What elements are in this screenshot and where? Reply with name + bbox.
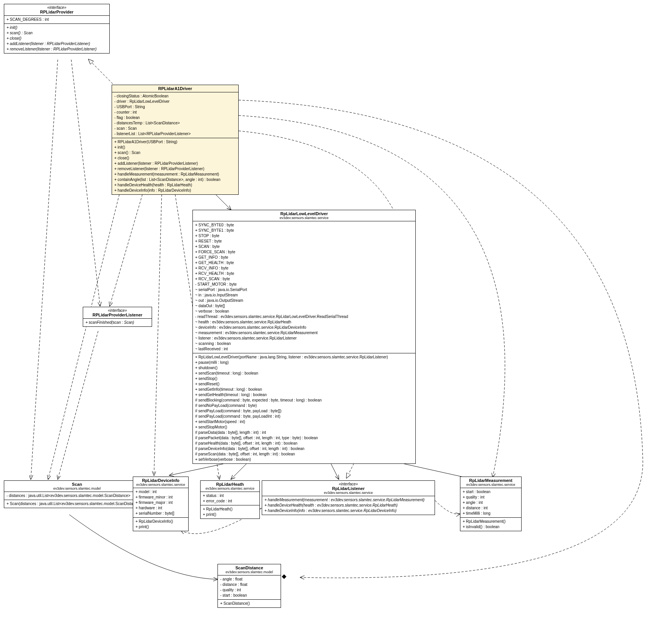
attribute-row: + hardware : int [135,505,186,511]
class-RpLidarHeath: RpLidarHeath ev3dev.sensors.slamtec.serv… [200,480,260,519]
attributes-section: + model : int+ firmware_minor : int+ fir… [133,488,188,518]
attribute-row: ~ scanning : boolean [195,341,413,346]
operation-row: + handleDeviceHealth(health : RpLidarHea… [114,182,236,188]
operation-row: + handleMeasurement(measurement : ev3dev… [264,497,432,503]
attribute-row: + firmware_major : int [135,500,186,505]
class-RpLidarLowLevelDriver: RpLidarLowLevelDriver ev3dev.sensors.sla… [192,210,416,464]
attribute-row: + start : boolean [463,489,519,495]
attribute-row: + RCV_HEALTH : byte [195,271,413,276]
operation-row: # sendBlocking(command : byte, expected … [195,398,413,403]
operation-row: + RpLidarHeath() [203,507,257,512]
operations-section: + init()+ scan() : Scan+ close()+ addLis… [4,24,109,53]
operation-row: + sendGetHealth(timeout : long) : boolea… [195,392,413,398]
attribute-row: - USBPort : String [114,104,236,110]
attribute-row: + GET_HEALTH : byte [195,260,413,266]
class-subtitle: ev3dev.sensors.slamtec.service [135,483,186,487]
operation-row: + handleMeasurement(measurement : RpLida… [114,172,236,177]
operation-row: + sendGetInfo(timeout : long) : boolean [195,387,413,392]
class-header: RPLidarA1Driver [112,85,238,92]
operation-row: + sendStop() [195,376,413,381]
operation-row: + scan() : Scan [7,30,107,36]
class-subtitle: ev3dev.sensors.slamtec.service [264,491,432,495]
operation-row: + handleDeviceInfo(info : RpLidarDeviceI… [114,188,236,193]
operation-row: + removeListener(listener : RPLidarProvi… [7,47,107,52]
class-RPLidarProviderListener: «interface» RPLidarProviderListener + sc… [83,307,152,327]
class-RpLidarDeviceInfo: RpLidarDeviceInfo ev3dev.sensors.slamtec… [133,477,189,531]
operations-section: + RpLidarHeath()+ print() [201,505,259,519]
operation-row: + handleDeviceInfo(info : ev3dev.sensors… [264,508,432,514]
operations-section: + RPLidarA1Driver(USBPort : String)+ ini… [112,138,238,194]
operation-row: # sendNoPayLoad(command : byte) [195,403,413,408]
operation-row: + print() [203,512,257,517]
operation-row: + RPLidarA1Driver(USBPort : String) [114,139,236,145]
operation-row: + sendStopMotor() [195,425,413,430]
attribute-row: + SCAN_DEGREES : int [7,17,107,22]
operations-section: + RpLidarMeasurement()+ isInvalid() : bo… [460,518,521,531]
attribute-row: + distance : int [463,505,519,511]
operation-row: # parseData(data : byte[], length : int)… [195,430,413,435]
attribute-row: ~ in : java.io.InputStream [195,293,413,298]
operations-section: + RpLidarLowLevelDriver(portName : java.… [193,353,415,463]
attribute-row: + SYNC_BYTE1 : byte [195,228,413,233]
attributes-section: - closingStatus : AtomicBoolean- driver … [112,92,238,138]
operations-section: + RpLidarDeviceInfo()+ print() [133,518,188,531]
class-subtitle: ev3dev.sensors.slamtec.service [463,483,519,487]
class-Scan: Scan ev3dev.sensors.slamtec.model - dist… [4,480,150,508]
attribute-row: - counter : int [114,110,236,115]
operation-row: + removeListener(listener : RPLidarProvi… [114,166,236,172]
class-subtitle: ev3dev.sensors.slamtec.model [220,570,278,574]
class-header: «interface» RPLidarProvider [4,4,109,16]
operations-section: + handleMeasurement(measurement : ev3dev… [262,496,435,515]
stereotype-label: «interface» [85,308,149,313]
attribute-row: ~ lastReceived : int [195,346,413,352]
class-ScanDistance: ScanDistance ev3dev.sensors.slamtec.mode… [217,564,281,608]
class-subtitle: ev3dev.sensors.slamtec.service [195,216,413,220]
operation-row: + handleDeviceHealth(health : ev3dev.sen… [264,503,432,508]
attributes-section: + status : int+ error_code : int [201,492,259,505]
operation-row: + init() [7,25,107,30]
class-header: Scan ev3dev.sensors.slamtec.model [4,481,150,492]
composition-diamond-icon [281,574,287,580]
class-header: «interface» RPLidarProviderListener [83,307,152,319]
attribute-row: + RCV_INFO : byte [195,266,413,271]
attribute-row: ~ measurement : ev3dev.sensors.slamtec.s… [195,330,413,336]
operation-row: # sendPayLoad(command : byte, payLoad : … [195,408,413,414]
attribute-row: + quality : int [463,495,519,500]
operation-row: + close() [114,156,236,161]
class-RpLidarMeasurement: RpLidarMeasurement ev3dev.sensors.slamte… [460,477,522,531]
operation-row: + sendScan(timeout : long) : boolean [195,371,413,376]
class-header: «interface» RpLidarListener ev3dev.senso… [262,481,435,496]
attribute-row: + status : int [203,493,257,498]
class-name: ScanDistance [235,565,263,570]
attribute-row: - START_MOTOR : byte [195,282,413,287]
operation-row: + close() [7,36,107,41]
attribute-row: - scan : Scan [114,126,236,131]
class-name: Scan [72,482,82,487]
attribute-row: + timeMilli : long [463,511,519,516]
attribute-row: + FORCE_SCAN : byte [195,249,413,255]
attribute-row: - distancesTemp : List<ScanDistance> [114,120,236,126]
operation-row: + RpLidarDeviceInfo() [135,519,186,524]
class-header: RpLidarLowLevelDriver ev3dev.sensors.sla… [193,210,415,221]
operation-row: # parseDeviceInfo(data : byte[], offset … [195,446,413,452]
operation-row: + sendReset() [195,381,413,387]
attributes-section: + SYNC_BYTE0 : byte+ SYNC_BYTE1 : byte+ … [193,221,415,353]
class-RpLidarListener: «interface» RpLidarListener ev3dev.senso… [262,480,435,515]
operation-row: + init() [114,145,236,150]
class-name: RpLidarDeviceInfo [142,478,179,483]
attribute-row: ~ deviceInfo : ev3dev.sensors.slamtec.se… [195,325,413,330]
attribute-row: - distances : java.util.List<ev3dev.sens… [7,493,147,498]
attribute-row: ~ out : java.io.OutputStream [195,298,413,303]
attributes-section: - angle : float- distance : float- quali… [218,575,281,600]
attribute-row: + angle : int [463,500,519,505]
attribute-row: ~ dataOut : byte[] [195,303,413,309]
attribute-row: + firmware_minor : int [135,495,186,500]
class-subtitle: ev3dev.sensors.slamtec.model [7,487,147,490]
class-header: RpLidarHeath ev3dev.sensors.slamtec.serv… [201,481,259,492]
class-header: RpLidarDeviceInfo ev3dev.sensors.slamtec… [133,477,188,488]
attribute-row: - start : boolean [220,593,278,598]
operation-row: + print() [135,524,186,530]
operations-section: + Scan(distances : java.util.List<ev3dev… [4,500,150,508]
attribute-row: - quality : int [220,587,278,593]
operations-section: + ScanDistance() [218,600,281,607]
